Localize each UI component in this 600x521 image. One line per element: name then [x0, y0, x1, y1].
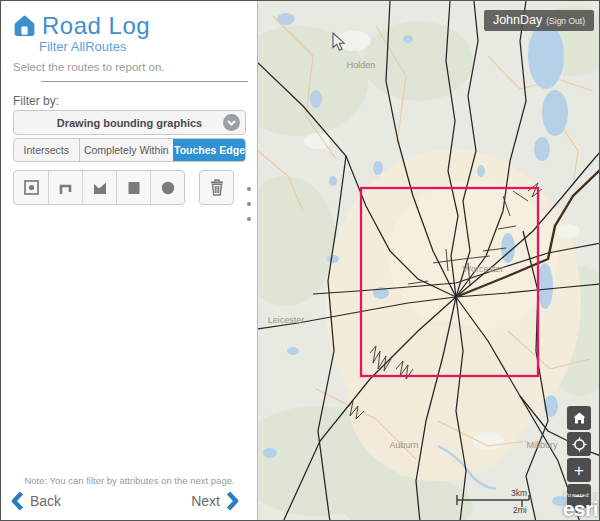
- scale-mi-label: 2mi: [513, 505, 527, 515]
- back-label: Back: [30, 493, 61, 509]
- footer-note: Note: You can filter by attributes on th…: [1, 475, 258, 486]
- esri-attribution: Powered by esri: [563, 493, 598, 520]
- map-home-icon: [573, 412, 586, 424]
- mode-completely-within-button[interactable]: Completely Within: [79, 139, 174, 161]
- instruction-text: Select the routes to report on.: [13, 61, 165, 73]
- scale-bar: 3km 2mi: [456, 487, 540, 515]
- filter-type-dropdown[interactable]: Drawing bounding graphics: [13, 110, 246, 135]
- page-title: Road Log: [42, 12, 150, 40]
- home-extent-button[interactable]: [567, 406, 591, 430]
- rectangle-icon: [125, 179, 143, 197]
- divider: [41, 81, 248, 82]
- esri-logo: esri: [563, 498, 598, 519]
- label-millbury: Millbury: [526, 440, 558, 450]
- user-name: JohnDay: [493, 13, 542, 27]
- filter-by-label: Filter by:: [13, 94, 59, 108]
- draw-point-tool[interactable]: [14, 171, 48, 204]
- chevron-right-icon: [226, 491, 239, 511]
- zoom-in-label: +: [574, 462, 584, 479]
- label-auburn: Auburn: [389, 440, 418, 450]
- polyline-icon: [57, 179, 75, 197]
- trash-icon: [207, 177, 227, 198]
- label-worcester: Worcester: [463, 264, 504, 274]
- map-canvas[interactable]: Holden Worcester Leicester Auburn Millbu…: [258, 1, 600, 520]
- back-button[interactable]: Back: [11, 491, 67, 511]
- draw-polyline-tool[interactable]: [48, 171, 82, 204]
- next-label: Next: [191, 493, 220, 509]
- delete-graphics-button[interactable]: [199, 170, 234, 205]
- map-container[interactable]: Holden Worcester Leicester Auburn Millbu…: [258, 1, 600, 520]
- circle-icon: [159, 179, 177, 197]
- label-leicester: Leicester: [268, 315, 305, 325]
- panel-resize-handle[interactable]: [244, 187, 254, 221]
- chevron-left-icon: [11, 491, 24, 511]
- draw-tool-group: [13, 170, 185, 205]
- locate-icon: [572, 437, 587, 452]
- zoom-in-button[interactable]: +: [567, 458, 591, 482]
- dropdown-value: Drawing bounding graphics: [57, 117, 202, 129]
- next-button[interactable]: Next: [185, 491, 239, 511]
- point-icon: [22, 178, 41, 197]
- sign-out-label: (Sign Out): [546, 16, 585, 26]
- chevron-down-icon: [223, 114, 240, 131]
- mode-intersects-button[interactable]: Intersects: [14, 139, 79, 161]
- spatial-mode-group: Intersects Completely Within Touches Edg…: [13, 138, 246, 162]
- draw-rectangle-tool[interactable]: [116, 171, 150, 204]
- label-holden: Holden: [347, 60, 376, 70]
- draw-polygon-tool[interactable]: [82, 171, 116, 204]
- locate-button[interactable]: [567, 432, 591, 456]
- draw-circle-tool[interactable]: [150, 171, 184, 204]
- polygon-icon: [91, 179, 109, 197]
- app-window: Road Log Filter AllRoutes Select the rou…: [0, 0, 600, 521]
- app-header: Road Log: [13, 12, 150, 40]
- home-icon: [13, 15, 36, 37]
- page-subtitle: Filter AllRoutes: [39, 39, 126, 54]
- user-sign-out-button[interactable]: JohnDay (Sign Out): [484, 10, 594, 31]
- sidebar-panel: Road Log Filter AllRoutes Select the rou…: [1, 1, 258, 520]
- scale-km-label: 3km: [511, 488, 527, 498]
- mode-touches-edge-button[interactable]: Touches Edge: [173, 139, 245, 161]
